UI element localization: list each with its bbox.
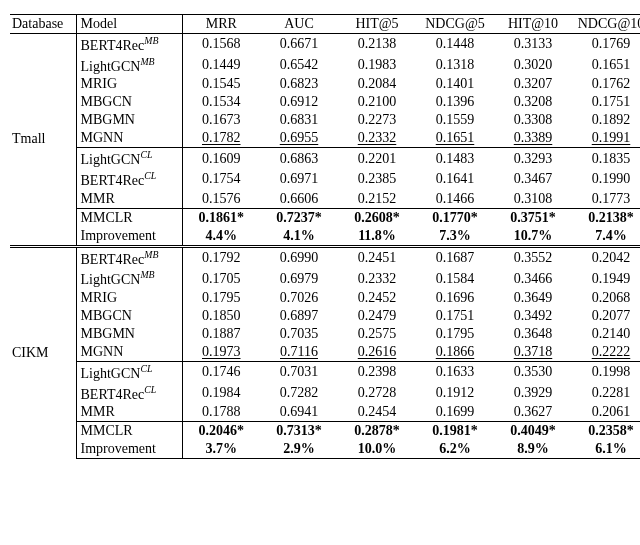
metric-cell: 0.3648 [494, 325, 572, 343]
database-cell: CIKM [10, 246, 76, 459]
metric-cell: 0.1866 [416, 343, 494, 362]
metric-cell: 7.4% [572, 227, 640, 247]
metric-cell: 0.3552 [494, 246, 572, 268]
model-cell: LightGCNCL [76, 148, 182, 169]
metric-cell: 6.2% [416, 440, 494, 459]
table-row: BERT4RecCL0.17540.69710.23850.16410.3467… [10, 169, 640, 190]
metric-cell: 0.1534 [182, 93, 260, 111]
metric-cell: 0.1795 [416, 325, 494, 343]
metric-cell: 0.1990 [572, 169, 640, 190]
metric-cell: 0.3751* [494, 208, 572, 227]
metric-cell: 0.1318 [416, 55, 494, 76]
metric-cell: 0.1651 [572, 55, 640, 76]
metric-cell: 0.1991 [572, 129, 640, 148]
metric-cell: 0.3492 [494, 307, 572, 325]
metric-cell: 0.4049* [494, 422, 572, 441]
model-cell: MMR [76, 403, 182, 422]
metric-cell: 0.3208 [494, 93, 572, 111]
metric-cell: 0.2616 [338, 343, 416, 362]
metric-cell: 0.3467 [494, 169, 572, 190]
metric-cell: 0.6823 [260, 75, 338, 93]
metric-cell: 0.1559 [416, 111, 494, 129]
metric-cell: 0.1850 [182, 307, 260, 325]
metric-cell: 0.3020 [494, 55, 572, 76]
metric-cell: 0.1705 [182, 268, 260, 289]
metric-cell: 0.3389 [494, 129, 572, 148]
table-container: DatabaseModelMRRAUCHIT@5NDCG@5HIT@10NDCG… [0, 0, 640, 479]
metric-cell: 0.1773 [572, 190, 640, 209]
metric-cell: 0.3108 [494, 190, 572, 209]
metric-cell: 0.2273 [338, 111, 416, 129]
metric-cell: 0.2201 [338, 148, 416, 169]
database-cell: Tmall [10, 34, 76, 247]
metric-cell: 0.7313* [260, 422, 338, 441]
model-cell: BERT4RecCL [76, 169, 182, 190]
metric-cell: 0.3718 [494, 343, 572, 362]
table-row: CIKMBERT4RecMB0.17920.69900.24510.16870.… [10, 246, 640, 268]
metric-cell: 0.1633 [416, 361, 494, 382]
metric-cell: 0.1609 [182, 148, 260, 169]
col-model: Model [76, 15, 182, 34]
table-row: MMCLR0.1861*0.7237*0.2608*0.1770*0.3751*… [10, 208, 640, 227]
col-metric-0: MRR [182, 15, 260, 34]
metric-cell: 0.3530 [494, 361, 572, 382]
metric-cell: 10.7% [494, 227, 572, 247]
table-row: MMR0.15760.66060.21520.14660.31080.1773 [10, 190, 640, 209]
metric-cell: 0.3207 [494, 75, 572, 93]
metric-cell: 0.1466 [416, 190, 494, 209]
model-cell: MRIG [76, 75, 182, 93]
metric-cell: 0.7116 [260, 343, 338, 362]
metric-cell: 0.3929 [494, 383, 572, 404]
model-cell: MBGMN [76, 111, 182, 129]
metric-cell: 0.1769 [572, 34, 640, 55]
metric-cell: 0.1762 [572, 75, 640, 93]
table-row: MBGMN0.18870.70350.25750.17950.36480.214… [10, 325, 640, 343]
metric-cell: 4.1% [260, 227, 338, 247]
metric-cell: 0.3133 [494, 34, 572, 55]
metric-cell: 0.2068 [572, 289, 640, 307]
model-cell: MBGMN [76, 325, 182, 343]
table-row: BERT4RecCL0.19840.72820.27280.19120.3929… [10, 383, 640, 404]
metric-cell: 0.2728 [338, 383, 416, 404]
metric-cell: 0.2332 [338, 268, 416, 289]
metric-cell: 0.7282 [260, 383, 338, 404]
table-row: LightGCNCL0.17460.70310.23980.16330.3530… [10, 361, 640, 382]
model-cell: BERT4RecMB [76, 246, 182, 268]
metric-cell: 0.1754 [182, 169, 260, 190]
metric-cell: 0.2385 [338, 169, 416, 190]
table-row: TmallBERT4RecMB0.15680.66710.21380.14480… [10, 34, 640, 55]
metric-cell: 0.7026 [260, 289, 338, 307]
model-cell: Improvement [76, 440, 182, 459]
model-cell: MBGCN [76, 93, 182, 111]
table-row: MRIG0.17950.70260.24520.16960.36490.2068 [10, 289, 640, 307]
metric-cell: 0.2281 [572, 383, 640, 404]
metric-cell: 10.0% [338, 440, 416, 459]
model-cell: MGNN [76, 343, 182, 362]
metric-cell: 0.2332 [338, 129, 416, 148]
table-row: Improvement4.4%4.1%11.8%7.3%10.7%7.4% [10, 227, 640, 247]
metric-cell: 0.2061 [572, 403, 640, 422]
table-row: MBGCN0.18500.68970.24790.17510.34920.207… [10, 307, 640, 325]
table-row: MGNN0.17820.69550.23320.16510.33890.1991 [10, 129, 640, 148]
model-cell: MRIG [76, 289, 182, 307]
metric-cell: 0.1449 [182, 55, 260, 76]
metric-cell: 11.8% [338, 227, 416, 247]
table-row: LightGCNMB0.17050.69790.23320.15840.3466… [10, 268, 640, 289]
metric-cell: 0.2575 [338, 325, 416, 343]
metric-cell: 0.2452 [338, 289, 416, 307]
metric-cell: 0.1448 [416, 34, 494, 55]
metric-cell: 0.1746 [182, 361, 260, 382]
metric-cell: 0.6831 [260, 111, 338, 129]
col-metric-2: HIT@5 [338, 15, 416, 34]
metric-cell: 0.1651 [416, 129, 494, 148]
metric-cell: 0.1892 [572, 111, 640, 129]
metric-cell: 2.9% [260, 440, 338, 459]
metric-cell: 0.2152 [338, 190, 416, 209]
metric-cell: 0.2046* [182, 422, 260, 441]
metric-cell: 0.1788 [182, 403, 260, 422]
metric-cell: 0.1687 [416, 246, 494, 268]
metric-cell: 0.1699 [416, 403, 494, 422]
metric-cell: 0.6990 [260, 246, 338, 268]
metric-cell: 0.2222 [572, 343, 640, 362]
metric-cell: 0.6979 [260, 268, 338, 289]
